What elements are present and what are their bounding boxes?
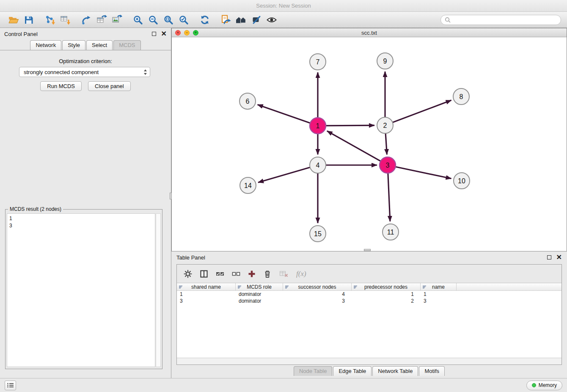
table-cell: 1 [352, 291, 421, 297]
export-network-icon [81, 14, 92, 25]
table-cell: 4 [283, 291, 352, 297]
tab-network-table[interactable]: Network Table [372, 366, 418, 376]
status-list-button[interactable] [5, 381, 16, 390]
svg-text:14: 14 [244, 182, 252, 189]
column-header-predecessor-nodes[interactable]: predecessor nodes [352, 283, 421, 290]
float-table-panel-icon[interactable] [547, 255, 551, 259]
close-table-panel-icon[interactable]: ✕ [556, 255, 562, 260]
mcds-result-group: MCDS result (2 nodes) 13 [5, 209, 162, 369]
float-panel-icon[interactable] [152, 32, 156, 36]
run-mcds-button[interactable]: Run MCDS [40, 81, 82, 91]
table-cell: 3 [421, 298, 457, 304]
zoom-out-button[interactable] [146, 14, 161, 26]
column-sort-icon [285, 285, 289, 289]
export-table-icon [96, 14, 107, 25]
window-title: Session: New Session [256, 3, 311, 9]
table-cell: 3 [283, 298, 352, 304]
open-session-button[interactable] [6, 14, 21, 26]
graph-edge-1-2[interactable] [325, 125, 374, 126]
graph-node-9[interactable]: 9 [377, 53, 393, 69]
export-table-button[interactable] [94, 14, 109, 26]
column-header-mcds-role[interactable]: MCDS role [236, 283, 283, 290]
table-row[interactable]: 1dominator411 [177, 291, 561, 298]
optimization-criterion-dropdown[interactable]: strongly connected component [19, 67, 150, 77]
memory-status-icon [532, 383, 536, 387]
graph-node-11[interactable]: 11 [383, 224, 399, 240]
horizontal-splitter-handle[interactable] [364, 249, 371, 251]
import-table-file-button[interactable] [58, 14, 73, 26]
zoom-fit-button[interactable] [161, 14, 176, 26]
graph-node-1[interactable]: 1 [310, 118, 326, 134]
search-box[interactable] [440, 15, 561, 25]
create-column-button[interactable] [248, 270, 256, 278]
first-neighbors-button[interactable] [234, 14, 249, 26]
column-header-shared-name[interactable]: shared name [177, 283, 236, 290]
graph-edge-3-1[interactable] [327, 131, 381, 161]
save-session-button[interactable] [21, 14, 36, 26]
unchecked-boxes-icon [232, 270, 240, 278]
graph-node-6[interactable]: 6 [239, 93, 256, 109]
select-all-columns-button[interactable] [216, 270, 224, 278]
birds-eye-view-button[interactable] [264, 14, 279, 26]
column-header-successor-nodes[interactable]: successor nodes [283, 283, 352, 290]
result-scrollbar[interactable] [156, 213, 161, 367]
function-builder-button[interactable]: f(x) [296, 270, 306, 278]
unselect-all-columns-button[interactable] [232, 270, 240, 278]
zoom-in-button[interactable] [130, 14, 146, 26]
delete-table-button[interactable] [279, 270, 289, 278]
graph-edge-2-8[interactable] [392, 100, 451, 123]
graph-node-8[interactable]: 8 [453, 88, 469, 105]
table-horizontal-scrollbar[interactable] [177, 358, 561, 364]
dropdown-arrows-icon [143, 69, 147, 75]
close-panel-icon[interactable]: ✕ [161, 31, 167, 36]
export-image-icon [111, 14, 122, 25]
svg-text:8: 8 [460, 93, 463, 100]
column-header-name[interactable]: name [421, 283, 457, 290]
search-input[interactable] [453, 17, 557, 23]
graph-node-2[interactable]: 2 [377, 117, 393, 133]
columns-icon [200, 270, 208, 278]
graph-edge-3-10[interactable] [395, 167, 451, 179]
delete-columns-button[interactable] [263, 270, 272, 278]
network-canvas[interactable]: 7968124314101511 [172, 37, 567, 251]
tab-edge-table[interactable]: Edge Table [333, 366, 372, 376]
graph-edge-1-6[interactable] [258, 105, 311, 123]
graph-edge-4-14[interactable] [258, 167, 311, 182]
close-panel-button[interactable]: Close panel [88, 81, 131, 91]
memory-label: Memory [539, 382, 557, 388]
graph-node-14[interactable]: 14 [240, 177, 256, 193]
tab-style[interactable]: Style [62, 40, 85, 50]
minimize-window-icon[interactable]: – [184, 30, 190, 36]
table-row[interactable]: 3dominator323 [177, 298, 561, 304]
tab-mcds[interactable]: MCDS [113, 40, 140, 50]
graph-edge-3-11[interactable] [388, 173, 390, 221]
graph-node-10[interactable]: 10 [454, 173, 470, 189]
tab-motifs[interactable]: Motifs [419, 366, 445, 376]
close-window-icon[interactable]: × [175, 30, 181, 36]
graph-node-3[interactable]: 3 [380, 157, 396, 173]
graph-edge-2-3[interactable] [385, 133, 387, 155]
graph-node-7[interactable]: 7 [310, 54, 326, 70]
table-panel-header: Table Panel ✕ [171, 251, 567, 263]
open-in-browser-button[interactable] [218, 14, 234, 26]
export-image-button[interactable] [109, 14, 124, 26]
graph-node-15[interactable]: 15 [310, 226, 326, 242]
show-column-panel-button[interactable] [200, 270, 208, 278]
zoom-window-icon[interactable]: + [193, 30, 198, 36]
refresh-icon [200, 15, 210, 25]
table-cell: 1 [177, 291, 236, 297]
export-network-button[interactable] [79, 14, 94, 26]
tab-network[interactable]: Network [30, 40, 61, 50]
table-settings-button[interactable] [184, 270, 192, 278]
memory-button[interactable]: Memory [526, 381, 562, 390]
tab-select[interactable]: Select [86, 40, 113, 50]
graphics-details-button[interactable] [249, 14, 264, 26]
graph-node-4[interactable]: 4 [310, 157, 326, 173]
apply-layout-button[interactable] [197, 14, 212, 26]
network-view-window: scc.txt × – + 7968124314101511 [171, 28, 567, 251]
tab-node-table[interactable]: Node Table [294, 366, 333, 376]
zoom-selected-button[interactable] [176, 14, 191, 26]
import-network-file-button[interactable] [42, 14, 58, 26]
svg-text:3: 3 [386, 162, 390, 169]
vertical-splitter-handle[interactable] [170, 193, 172, 199]
